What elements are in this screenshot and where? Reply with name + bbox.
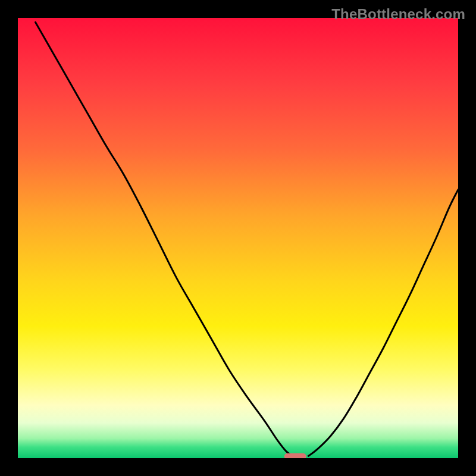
gradient-background xyxy=(18,18,458,458)
chart-frame: TheBottleneck.com xyxy=(0,0,476,476)
watermark-text: TheBottleneck.com xyxy=(331,6,465,23)
chart-svg xyxy=(18,18,458,458)
plot-area xyxy=(18,18,458,458)
target-marker xyxy=(284,453,306,458)
